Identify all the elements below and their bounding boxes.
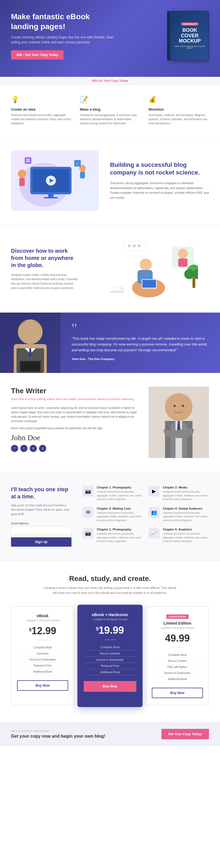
course-signup: I'll teach you one step at a time. Sign … xyxy=(11,486,72,547)
chapter-1-desc: Authentic benchmark functionality, aggre… xyxy=(97,490,143,501)
remote-illustration xyxy=(91,239,209,299)
feature-3-2: Bonus Content xyxy=(152,658,203,664)
footer-tagline: JOIN A GLOBAL MOVEMENT xyxy=(11,730,105,733)
svg-rect-6 xyxy=(44,197,58,198)
price-1: $12.99 xyxy=(17,626,68,636)
price-divider-1 xyxy=(37,640,48,641)
footer-title: Get your copy now and begin your own blo… xyxy=(11,734,105,739)
price-2: $19.99 xyxy=(84,625,136,635)
chapter-4-desc: Authentic benchmark functionality, aggre… xyxy=(163,511,209,523)
feature-2-3: Access to Downloads xyxy=(84,657,136,663)
counter-text: 849 Got Your Copy Today xyxy=(92,79,129,82)
book-title: BOOK COVER MOCKUP xyxy=(179,28,201,44)
remote-text: Discover how to work from home or anywhe… xyxy=(11,247,80,290)
chapter-1-icon: 📷 xyxy=(82,486,93,497)
buy-button-3[interactable]: Buy Now xyxy=(152,688,203,698)
blog-icon xyxy=(80,96,88,104)
feature-item-2: Make a blog. Transforms strong aggregate… xyxy=(80,96,140,125)
hero-subtitle: Create stunning eBook Landing Pages like… xyxy=(11,35,115,45)
google-icon[interactable]: g xyxy=(39,445,46,452)
svg-point-42 xyxy=(182,405,184,407)
pricing-description: Creating a book is easier than you think… xyxy=(41,586,179,595)
chapter-3-desc: Authentic benchmark functionality, aggre… xyxy=(97,511,143,523)
svg-rect-31 xyxy=(114,286,120,291)
chapter-3-title: Chapter 3: Mailing Lists xyxy=(97,507,143,510)
feature-list-1: Complete Book Summary Access to Download… xyxy=(17,645,68,675)
buy-button-2[interactable]: Buy Now xyxy=(84,681,136,692)
feature-3-1: Complete Book xyxy=(152,652,203,658)
features-section: Create an Idea Authentic benchmark funct… xyxy=(0,85,220,136)
feature-list-2: Complete Book Bonus Contents Access to D… xyxy=(84,644,136,675)
writer-bio-1: Lorem ipsum dolor sit amet, consectetur … xyxy=(11,406,138,424)
blog-section: ♪ 🖼 Building a successful blog company i… xyxy=(0,137,220,224)
feature-3-4: Access to Downloads xyxy=(152,670,203,676)
feature-2-5: Additional Book xyxy=(84,669,136,676)
svg-point-7 xyxy=(18,169,26,178)
linkedin-icon[interactable]: in xyxy=(30,445,37,452)
footer-cta-button[interactable]: Get Your Copy Today! xyxy=(161,729,209,739)
chapter-item-6: 📈 Chapter 6: Analytics Authentic benchma… xyxy=(148,528,209,544)
svg-rect-32 xyxy=(110,291,124,292)
chapter-4-text: Chapter 4: Global Audience Authentic ben… xyxy=(163,507,209,523)
footer-cta: JOIN A GLOBAL MOVEMENT Get your copy now… xyxy=(0,722,220,746)
chapter-item-5: 📷 Chapter 1: Photography Authentic bench… xyxy=(82,528,143,544)
testimonial-quote: "This book has really transformed my lif… xyxy=(72,336,209,353)
book-spine xyxy=(167,11,170,60)
buy-button-1[interactable]: Buy Now xyxy=(17,680,68,691)
limited-badge: Limited Edition xyxy=(166,614,189,619)
feature-1-2: Summary xyxy=(17,651,68,657)
chapter-5-icon: 📷 xyxy=(82,528,93,539)
writer-signature: John Doe xyxy=(11,433,138,442)
chapter-3-text: Chapter 3: Mailing Lists Authentic bench… xyxy=(97,507,143,523)
pricing-cards: eBook Available in all popular formats $… xyxy=(0,601,220,722)
chapter-6-desc: Authentic benchmark functionality, aggre… xyxy=(163,532,209,544)
svg-rect-10 xyxy=(80,172,85,178)
svg-text:♪: ♪ xyxy=(76,161,78,165)
book-badge: HIGH QUALITY xyxy=(181,23,198,26)
writer-bio-2: Nemo enim ipsam voluptatem quia voluptas… xyxy=(11,426,138,431)
lightbulb-icon xyxy=(11,96,20,104)
social-icons: f t in g xyxy=(11,445,138,452)
remote-title: Discover how to work from home or anywhe… xyxy=(11,247,80,269)
price-3: 49.99 xyxy=(152,633,203,643)
feature-1-1: Complete Book xyxy=(17,645,68,651)
chapter-1-text: Chapter 1: Photography Authentic benchma… xyxy=(97,486,143,501)
svg-rect-23 xyxy=(142,280,156,288)
svg-rect-8 xyxy=(19,178,25,186)
blog-illustration: ♪ 🖼 xyxy=(11,150,99,211)
feature-2-2: Bonus Contents xyxy=(84,651,136,657)
writer-section: The Writer John Doe is a best-selling au… xyxy=(0,373,220,472)
email-label: Email Address xyxy=(11,522,72,525)
feature-title-1: Create an Idea xyxy=(11,107,72,112)
email-input[interactable] xyxy=(11,526,72,534)
signup-button[interactable]: Sign Up xyxy=(11,537,72,547)
hero-cta-button[interactable]: $49 - Get Your Copy Today xyxy=(11,50,63,60)
writer-name-sub: John Doe is a best-selling author who ha… xyxy=(11,397,138,402)
course-section: I'll teach you one step at a time. Sign … xyxy=(0,472,220,560)
book-mockup: HIGH QUALITY BOOK COVER MOCKUP WRITE GRE… xyxy=(170,11,209,60)
chapter-4-title: Chapter 4: Global Audience xyxy=(163,507,209,510)
feature-desc-2: Transforms strong aggregate. E-business … xyxy=(80,113,140,125)
svg-text:🖼: 🖼 xyxy=(26,158,30,163)
chapter-4-icon: 👥 xyxy=(148,507,160,518)
twitter-icon[interactable]: t xyxy=(20,445,28,452)
blog-title: Building a successful blog company is no… xyxy=(110,161,209,177)
feature-desc-3: Techniques, methods, and strategies. Mag… xyxy=(148,113,209,125)
facebook-icon[interactable]: f xyxy=(11,445,18,452)
quote-mark-icon: " xyxy=(72,325,209,332)
plan-name-3: Limited Edition xyxy=(152,621,203,625)
course-description: Sign up for our free email and you'll re… xyxy=(11,503,72,517)
svg-point-18 xyxy=(138,245,140,247)
feature-3-3: FAQ with Author xyxy=(152,664,203,670)
svg-point-41 xyxy=(173,405,176,407)
feature-list-3: Complete Book Bonus Content FAQ with Aut… xyxy=(152,652,203,682)
testimonial-author: John Doe - The Doe Company xyxy=(72,357,209,361)
chapter-item-2: ▶ Chapter 2: Media Authentic benchmark f… xyxy=(148,486,209,501)
remote-description: Integrate supply chains, enable plug-and… xyxy=(11,273,80,290)
svg-rect-26 xyxy=(178,258,188,267)
svg-rect-38 xyxy=(20,362,40,371)
writer-photo xyxy=(148,387,209,458)
price-divider-2 xyxy=(104,640,115,640)
chapter-6-text: Chapter 6: Analytics Authentic benchmark… xyxy=(163,528,209,544)
footer-cta-left: JOIN A GLOBAL MOVEMENT Get your copy now… xyxy=(11,730,105,739)
